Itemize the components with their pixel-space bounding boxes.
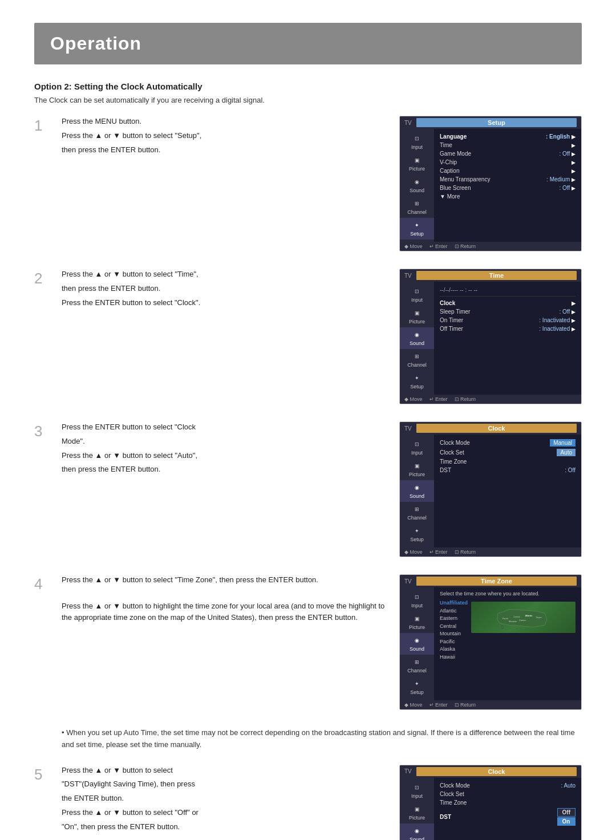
step-5-number: 5 xyxy=(34,766,50,784)
tv-label-5: TV xyxy=(404,768,412,774)
step-2-screen-header: TV Time xyxy=(400,269,581,282)
picture-icon-3: ▣ xyxy=(412,461,422,470)
menu-row-ontimer: On Timer : Inactivated ▶ xyxy=(440,316,576,324)
step-1-text: Press the MENU button. Press the ▲ or ▼ … xyxy=(62,116,388,158)
input-icon-5: ⊡ xyxy=(412,783,422,792)
step-5-row: 5 Press the ▲ or ▼ button to select "DST… xyxy=(34,765,582,840)
step-4-number: 4 xyxy=(34,575,50,593)
svg-text:Mountain: Mountain xyxy=(509,620,517,623)
dst-option-off[interactable]: Off xyxy=(557,808,576,817)
sidebar-sound-5: ◉ Sound xyxy=(400,823,434,840)
sidebar-picture: ▣ Picture xyxy=(400,153,434,175)
sidebar-setup-2: ✦ Setup xyxy=(400,371,434,392)
channel-icon: ⊞ xyxy=(412,199,422,208)
sidebar-input-3: ⊡ Input xyxy=(400,437,434,458)
step-2-screen-title: Time xyxy=(416,271,577,280)
section-subtitle: The Clock can be set automatically if yo… xyxy=(34,96,582,104)
menu-row-clockset-5: Clock Set xyxy=(440,790,576,798)
svg-text:Central: Central xyxy=(513,616,520,618)
sidebar-setup-3: ✦ Setup xyxy=(400,524,434,545)
step-5-sidebar: ⊡ Input ▣ Picture ◉ Sound ⊞ Channel xyxy=(400,778,434,840)
tz-list: Unaffiliated Atlantic Eastern Central Mo… xyxy=(440,599,468,661)
sidebar-picture-3: ▣ Picture xyxy=(400,458,434,480)
step-3-footer: ◆ Move ↵ Enter ⊡ Return xyxy=(400,547,581,557)
page-title: Operation xyxy=(50,33,566,54)
step-4-screen: TV Time Zone ⊡ Input ▣ Picture ◉ Sound xyxy=(399,574,582,710)
picture-icon-4: ▣ xyxy=(412,614,422,623)
sound-icon-4: ◉ xyxy=(412,636,422,645)
picture-icon-5: ▣ xyxy=(412,805,422,814)
dst-dropdown: Off On xyxy=(557,808,576,826)
step-1-screen-header: TV Setup xyxy=(400,116,581,129)
step-1-sidebar: ⊡ Input ▣ Picture ◉ Sound ⊞ Channel xyxy=(400,129,434,242)
menu-row-time: Time ▶ xyxy=(440,141,576,149)
step-4-screen-body: ⊡ Input ▣ Picture ◉ Sound ⊞ Channel xyxy=(400,587,581,700)
menu-row-more: ▼ More xyxy=(440,192,576,201)
main-content: Option 2: Setting the Clock Automaticall… xyxy=(0,82,616,840)
svg-text:Eastern: Eastern xyxy=(536,616,542,619)
step-4-sidebar: ⊡ Input ▣ Picture ◉ Sound ⊞ Channel xyxy=(400,587,434,700)
setup-icon-4: ✦ xyxy=(412,679,422,688)
step-4-screen-header: TV Time Zone xyxy=(400,575,581,587)
sidebar-picture-4: ▣ Picture xyxy=(400,611,434,633)
setup-icon-2: ✦ xyxy=(412,374,422,383)
svg-text:Pacific: Pacific xyxy=(502,618,508,620)
sidebar-setup: ✦ Setup xyxy=(400,218,434,240)
sidebar-picture-5: ▣ Picture xyxy=(400,802,434,823)
sidebar-input: ⊡ Input xyxy=(400,131,434,153)
dst-option-on[interactable]: On xyxy=(557,817,576,826)
step-5-screen: TV Clock ⊡ Input ▣ Picture ◉ Sound xyxy=(399,765,582,840)
tv-label: TV xyxy=(404,120,412,126)
us-map-svg: Pacific Central Atlantic Eastern Mountai… xyxy=(471,602,576,633)
step-2-row: 2 Press the ▲ or ▼ button to select "Tim… xyxy=(34,269,582,404)
menu-row-language: Language : English ▶ xyxy=(440,132,576,141)
step-1-screen-title: Setup xyxy=(416,118,577,127)
step-2-menu: --/--/---- -- : -- -- Clock ▶ Sleep Time… xyxy=(434,282,581,395)
channel-icon-3: ⊞ xyxy=(412,505,422,514)
sidebar-picture-2: ▣ Picture xyxy=(400,306,434,327)
step-5-screen-title: Clock xyxy=(416,767,577,776)
step-4-footer: ◆ Move ↵ Enter ⊡ Return xyxy=(400,700,581,709)
menu-row-caption: Caption ▶ xyxy=(440,167,576,175)
menu-row-bluescreen: Blue Screen : Off ▶ xyxy=(440,184,576,192)
step-5-screen-header: TV Clock xyxy=(400,765,581,778)
input-icon-4: ⊡ xyxy=(412,593,422,602)
sidebar-sound-2: ◉ Sound xyxy=(400,327,434,349)
section-title: Option 2: Setting the Clock Automaticall… xyxy=(34,82,582,91)
sidebar-sound-4: ◉ Sound xyxy=(400,633,434,655)
tz-select-prompt: Select the time zone where you are locat… xyxy=(440,591,576,596)
setup-icon: ✦ xyxy=(412,221,422,230)
step-3-screen: TV Clock ⊡ Input ▣ Picture ◉ Sound xyxy=(399,421,582,557)
tv-label-4: TV xyxy=(404,578,412,585)
step-4-text: Press the ▲ or ▼ button to select "Time … xyxy=(62,574,388,626)
step-4-menu: Select the time zone where you are locat… xyxy=(434,587,581,700)
sidebar-input-2: ⊡ Input xyxy=(400,284,434,306)
sound-icon: ◉ xyxy=(412,177,422,186)
sidebar-channel-2: ⊞ Channel xyxy=(400,349,434,371)
sidebar-setup-4: ✦ Setup xyxy=(400,676,434,698)
menu-row-gamemode: Game Mode : Off ▶ xyxy=(440,149,576,158)
sound-icon-5: ◉ xyxy=(412,826,422,835)
svg-text:Eastern: Eastern xyxy=(520,619,526,622)
step-3-screen-title: Clock xyxy=(416,424,577,433)
sidebar-channel-3: ⊞ Channel xyxy=(400,502,434,524)
menu-row-dst: DST : Off xyxy=(440,466,576,474)
menu-row-clockmode-5: Clock Mode : Auto xyxy=(440,781,576,790)
tz-content: Unaffiliated Atlantic Eastern Central Mo… xyxy=(440,599,576,661)
menu-row-dst-5: DST Off On xyxy=(440,807,576,827)
menu-row-timezone: Time Zone xyxy=(440,457,576,466)
step-1-menu: Language : English ▶ Time ▶ Game Mode : … xyxy=(434,129,581,242)
step-3-screen-body: ⊡ Input ▣ Picture ◉ Sound ⊞ Channel xyxy=(400,435,581,547)
menu-row-menutransparency: Menu Transparency : Medium ▶ xyxy=(440,175,576,184)
picture-icon-2: ▣ xyxy=(412,309,422,318)
menu-row-vchip: V-Chip ▶ xyxy=(440,158,576,167)
step-1-row: 1 Press the MENU button. Press the ▲ or … xyxy=(34,116,582,251)
input-icon: ⊡ xyxy=(412,134,422,143)
page-header: Operation xyxy=(34,23,582,64)
step-2-screen-body: ⊡ Input ▣ Picture ◉ Sound ⊞ Channel xyxy=(400,282,581,395)
step-1-screen: TV Setup ⊡ Input ▣ Picture ◉ Sound xyxy=(399,116,582,251)
step-3-row: 3 Press the ENTER button to select "Cloc… xyxy=(34,421,582,557)
setup-icon-3: ✦ xyxy=(412,526,422,535)
step-2-footer: ◆ Move ↵ Enter ⊡ Return xyxy=(400,395,581,404)
step-3-number: 3 xyxy=(34,423,50,440)
